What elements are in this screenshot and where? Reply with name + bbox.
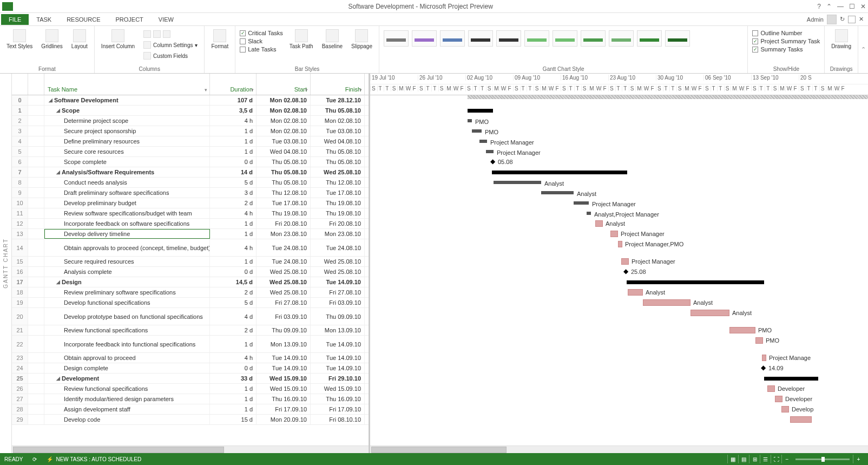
table-row[interactable]: 3Secure project sponsorship1 dMon 02.08.… bbox=[12, 126, 369, 136]
duration-cell[interactable]: 107 d bbox=[210, 95, 257, 105]
gantt-bar[interactable]: Project Manager bbox=[574, 201, 589, 205]
row-id[interactable]: 6 bbox=[12, 157, 28, 167]
chart-row[interactable]: Project Manager bbox=[370, 136, 868, 147]
gantt-bar[interactable]: Analyst bbox=[541, 191, 574, 194]
ribbon-toggle-icon[interactable]: ⌃ bbox=[826, 3, 832, 10]
finish-cell[interactable]: Thu 05.08.10 bbox=[311, 147, 365, 156]
duration-cell[interactable]: 0 d bbox=[210, 363, 257, 373]
table-row[interactable]: 18Review preliminary software specificat… bbox=[12, 287, 369, 298]
tab-file[interactable]: FILE bbox=[1, 14, 29, 25]
row-id[interactable]: 5 bbox=[12, 147, 28, 156]
row-id[interactable]: 24 bbox=[12, 363, 28, 373]
chart-row[interactable]: Analyst,Project Manager bbox=[370, 208, 868, 219]
row-id[interactable]: 9 bbox=[12, 188, 28, 198]
gantt-bar[interactable]: Project Manage bbox=[762, 355, 766, 361]
finish-cell[interactable]: Fri 29.10.10 bbox=[311, 374, 365, 383]
table-row[interactable]: 12Incorporate feedback on software speci… bbox=[12, 219, 369, 229]
table-row[interactable]: 19Develop functional specifications5 dFr… bbox=[12, 298, 369, 308]
align-buttons[interactable] bbox=[141, 29, 200, 39]
grid-body[interactable]: 0◢Software Development107 dMon 02.08.10T… bbox=[12, 95, 369, 446]
duration-cell[interactable]: 1 d bbox=[210, 126, 257, 136]
duration-cell[interactable]: 2 d bbox=[210, 287, 257, 297]
start-cell[interactable]: Tue 03.08.10 bbox=[257, 136, 311, 146]
status-sync-icon[interactable]: ⟳ bbox=[32, 456, 37, 462]
duration-cell[interactable]: 0 d bbox=[210, 157, 257, 167]
gantt-bar[interactable]: Project Manager bbox=[479, 140, 487, 143]
gantt-bar[interactable]: Project Manager bbox=[486, 150, 494, 153]
task-name-cell[interactable]: Incorporate feedback on software specifi… bbox=[44, 219, 210, 228]
gantt-bar[interactable]: Analyst bbox=[595, 220, 603, 227]
gantt-style-swatch[interactable] bbox=[637, 30, 662, 47]
help-icon[interactable]: ? bbox=[817, 3, 821, 10]
task-name-cell[interactable]: Review preliminary software specificatio… bbox=[44, 287, 210, 297]
task-name-cell[interactable]: Obtain approval to proceed bbox=[44, 353, 210, 363]
duration-cell[interactable]: 3 d bbox=[210, 188, 257, 198]
qat-item[interactable] bbox=[16, 3, 24, 10]
table-row[interactable]: 5Secure core resources1 dWed 04.08.10Thu… bbox=[12, 147, 369, 157]
view-gantt-icon[interactable]: ▦ bbox=[727, 455, 738, 463]
task-name-cell[interactable]: Incorporate feedback into functional spe… bbox=[44, 336, 210, 352]
start-cell[interactable]: Tue 14.09.10 bbox=[257, 353, 311, 363]
chart-row[interactable]: 25.08 bbox=[370, 267, 868, 277]
chart-row[interactable]: PMO bbox=[370, 325, 868, 336]
task-name-cell[interactable]: Review functional specifications bbox=[44, 384, 210, 394]
layout-button[interactable]: Layout bbox=[69, 28, 90, 50]
collapse-arrow-icon[interactable]: ◢ bbox=[56, 376, 60, 381]
finish-cell[interactable]: Wed 15.09.10 bbox=[311, 384, 365, 394]
slippage-button[interactable]: Slippage bbox=[349, 28, 374, 50]
gantt-bar[interactable]: Develop bbox=[781, 406, 789, 412]
duration-cell[interactable]: 2 d bbox=[210, 325, 257, 335]
chart-row[interactable] bbox=[370, 277, 868, 287]
gantt-bar[interactable] bbox=[492, 171, 627, 174]
task-name-cell[interactable]: Review functional specifications bbox=[44, 325, 210, 335]
table-row[interactable]: 15Secure required resources1 dTue 24.08.… bbox=[12, 257, 369, 267]
duration-cell[interactable]: 1 d bbox=[210, 404, 257, 414]
chart-row[interactable]: Analyst bbox=[370, 308, 868, 325]
start-cell[interactable]: Thu 16.09.10 bbox=[257, 394, 311, 404]
chart-row[interactable]: PMO bbox=[370, 116, 868, 126]
duration-cell[interactable]: 1 d bbox=[210, 147, 257, 156]
gantt-bar[interactable] bbox=[764, 377, 818, 381]
task-name-cell[interactable]: ◢Analysis/Software Requirements bbox=[44, 167, 210, 177]
gantt-bar[interactable]: Project Manager bbox=[610, 231, 618, 237]
tab-project[interactable]: PROJECT bbox=[108, 14, 151, 25]
gantt-bar[interactable]: Project Manager bbox=[621, 258, 629, 265]
start-cell[interactable]: Tue 14.09.10 bbox=[257, 363, 311, 373]
duration-cell[interactable]: 4 h bbox=[210, 116, 257, 126]
task-name-cell[interactable]: Develop prototype based on functional sp… bbox=[44, 308, 210, 325]
row-id[interactable]: 18 bbox=[12, 287, 28, 297]
start-cell[interactable]: Thu 05.08.10 bbox=[257, 157, 311, 167]
duration-cell[interactable]: 4 h bbox=[210, 353, 257, 363]
row-id[interactable]: 3 bbox=[12, 126, 28, 136]
row-id[interactable]: 25 bbox=[12, 374, 28, 383]
task-name-cell[interactable]: Secure required resources bbox=[44, 257, 210, 266]
view-network-icon[interactable]: ⊞ bbox=[749, 455, 760, 463]
tab-task[interactable]: TASK bbox=[29, 14, 59, 25]
duration-cell[interactable]: 4 h bbox=[210, 208, 257, 218]
gantt-style-gallery[interactable] bbox=[384, 28, 690, 47]
zoom-to-fit-icon[interactable]: ⛶ bbox=[771, 455, 781, 463]
table-row[interactable]: 11Review software specifications/budget … bbox=[12, 208, 369, 219]
row-id[interactable]: 14 bbox=[12, 239, 28, 256]
start-cell[interactable]: Wed 15.09.10 bbox=[257, 384, 311, 394]
task-name-cell[interactable]: Scope complete bbox=[44, 157, 210, 167]
finish-cell[interactable]: Thu 19.08.10 bbox=[311, 208, 365, 218]
col-finish-header[interactable]: Finish▾ bbox=[311, 74, 365, 95]
window-restore-icon[interactable] bbox=[848, 16, 856, 23]
table-row[interactable]: 16Analysis complete0 dWed 25.08.10Wed 25… bbox=[12, 267, 369, 277]
start-cell[interactable]: Mon 23.08.10 bbox=[257, 229, 311, 239]
start-cell[interactable]: Mon 02.08.10 bbox=[257, 106, 311, 115]
gantt-style-swatch[interactable] bbox=[665, 30, 690, 47]
gantt-style-swatch[interactable] bbox=[412, 30, 437, 47]
close-icon[interactable]: ✕ bbox=[860, 3, 866, 10]
table-row[interactable]: 29Develop code15 dMon 20.09.10Fri 08.10.… bbox=[12, 415, 369, 425]
table-row[interactable]: 6Scope complete0 dThu 05.08.10Thu 05.08.… bbox=[12, 157, 369, 167]
chart-row[interactable]: 05.08 bbox=[370, 157, 868, 167]
finish-cell[interactable]: Wed 25.08.10 bbox=[311, 257, 365, 266]
row-id[interactable]: 12 bbox=[12, 219, 28, 228]
task-name-cell[interactable]: Develop functional specifications bbox=[44, 298, 210, 307]
status-new-tasks[interactable]: ⚡NEW TASKS : AUTO SCHEDULED bbox=[47, 456, 141, 462]
table-row[interactable]: 23Obtain approval to proceed4 hTue 14.09… bbox=[12, 353, 369, 363]
finish-cell[interactable]: Thu 05.08.10 bbox=[311, 157, 365, 167]
table-row[interactable]: 4Define preliminary resources1 dTue 03.0… bbox=[12, 136, 369, 147]
